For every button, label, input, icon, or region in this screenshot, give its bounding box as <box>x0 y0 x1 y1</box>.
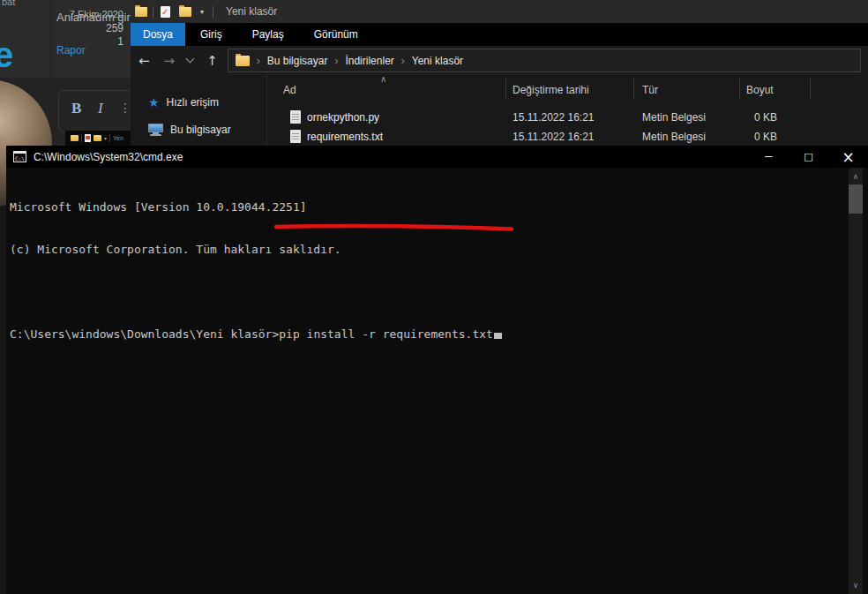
cmd-window-title: C:\Windows\System32\cmd.exe <box>34 151 183 163</box>
column-header-name[interactable]: Ad <box>283 84 296 96</box>
explorer-navbar: ← → ↑ › Bu bilgisayar › İndirilenler › Y… <box>131 46 868 75</box>
desktop-screen: bat 7 Ekim 2020 259 1 e Anlamadım gir Ra… <box>0 0 868 594</box>
recent-locations-chevron-icon[interactable] <box>186 55 195 64</box>
separator <box>109 134 110 142</box>
console-prompt: C:\Users\windows\Downloads\Yeni klasör> <box>10 327 279 341</box>
mini-window-title: Yen <box>113 135 123 141</box>
cmd-window: C:\ C:\Windows\System32\cmd.exe ─ □ × Mi… <box>6 146 868 594</box>
scroll-up-icon[interactable]: ∧ <box>849 169 863 184</box>
forum-post-title: Anlamadım gir <box>56 11 131 24</box>
scroll-down-icon[interactable]: ∨ <box>849 578 863 592</box>
breadcrumb-chevron-icon: › <box>327 55 345 67</box>
column-header-type[interactable]: Tür <box>642 84 658 96</box>
explorer-titlebar[interactable]: ▾ Yeni klasör <box>131 0 868 23</box>
breadcrumb-this-pc[interactable]: Bu bilgisayar <box>267 55 328 67</box>
table-row[interactable]: ornekpython.py 15.11.2022 16:21 Metin Be… <box>267 108 832 127</box>
chevron-down-icon: ▾ <box>104 135 107 141</box>
forum-snippet-text: bat <box>2 0 15 7</box>
maximize-button[interactable]: □ <box>789 146 828 168</box>
tab-paylas[interactable]: Paylaş <box>237 23 299 46</box>
column-separator[interactable] <box>739 79 740 99</box>
scrollbar[interactable]: ∧ ∨ <box>849 168 863 594</box>
explorer-window-title: Yeni klasör <box>226 5 277 18</box>
document-icon <box>85 134 91 142</box>
up-icon[interactable]: ↑ <box>206 53 218 69</box>
file-modified: 15.11.2022 16:21 <box>513 131 595 143</box>
console-command: pip install -r requirements.txt <box>279 327 493 341</box>
console-output[interactable]: Microsoft Windows [Version 10.0.19044.22… <box>6 168 868 594</box>
sidebar-item-label: Bu bilgisayar <box>170 124 231 136</box>
column-header-modified[interactable]: Değiştirme tarihi <box>513 84 589 96</box>
ribbon-tab-bar: Dosya Giriş Paylaş Görünüm <box>131 23 868 46</box>
forum-header-panel: bat 7 Ekim 2020 259 1 e Anlamadım gir Ra… <box>0 0 150 78</box>
scrollbar-thumb[interactable] <box>849 184 863 214</box>
close-button[interactable]: × <box>828 146 868 168</box>
bold-button[interactable]: B <box>71 100 81 117</box>
console-line-blank <box>10 285 868 299</box>
window-controls: ─ □ × <box>749 146 868 168</box>
file-name[interactable]: requirements.txt <box>307 131 383 143</box>
cmd-titlebar[interactable]: C:\ C:\Windows\System32\cmd.exe ─ □ × <box>6 146 868 168</box>
minimize-button[interactable]: ─ <box>749 146 789 168</box>
text-cursor <box>494 333 502 339</box>
column-separator[interactable] <box>505 79 506 99</box>
forward-icon[interactable]: → <box>164 53 176 69</box>
text-file-icon <box>290 110 301 124</box>
sidebar-item-this-pc[interactable]: Bu bilgisayar <box>148 124 231 136</box>
sidebar-item-label: Hızlı erişim <box>167 96 219 109</box>
properties-checkmark-icon[interactable] <box>161 6 170 18</box>
file-explorer-window: ▾ Yeni klasör Dosya Giriş Paylaş Görünüm… <box>131 0 868 149</box>
column-header-size[interactable]: Boyut <box>746 84 774 96</box>
console-line-copyright: (c) Microsoft Corporation. Tüm hakları s… <box>10 243 868 257</box>
breadcrumb-chevron-icon: › <box>250 55 267 67</box>
forum-view-count: 259 <box>0 22 123 34</box>
address-bar[interactable]: › Bu bilgisayar › İndirilenler › Yeni kl… <box>228 49 861 72</box>
italic-button[interactable]: I <box>98 100 103 117</box>
console-line-version: Microsoft Windows [Version 10.0.19044.22… <box>10 200 868 214</box>
browser-e-logo-icon: e <box>0 35 13 75</box>
red-underline-annotation <box>273 223 524 234</box>
tab-dosya[interactable]: Dosya <box>131 23 185 46</box>
breadcrumb-new-folder[interactable]: Yeni klasör <box>412 55 463 67</box>
explorer-sidebar: ★ Hızlı erişim Bu bilgisayar <box>131 75 266 149</box>
folder-icon <box>94 135 101 141</box>
text-file-icon <box>290 130 301 143</box>
sort-ascending-icon[interactable]: ∧ <box>380 74 386 84</box>
separator <box>213 6 213 18</box>
star-icon: ★ <box>148 96 160 109</box>
tab-gorunum[interactable]: Görünüm <box>299 23 373 46</box>
file-modified: 15.11.2022 16:21 <box>513 111 595 124</box>
file-name[interactable]: ornekpython.py <box>307 111 379 124</box>
file-size: 0 KB <box>691 111 777 124</box>
separator <box>81 134 82 142</box>
forum-divider <box>50 0 51 78</box>
file-size: 0 KB <box>691 131 777 143</box>
computer-icon <box>148 124 163 136</box>
more-options-icon[interactable]: ⋮ <box>119 101 131 115</box>
new-folder-icon[interactable] <box>179 7 191 17</box>
file-list-panel: ∧ Ad Değiştirme tarihi Tür Boyut ornekpy… <box>266 75 868 149</box>
separator <box>153 6 153 18</box>
breadcrumb-chevron-icon: › <box>394 55 412 67</box>
quick-access-toolbar-dropdown-icon[interactable]: ▾ <box>200 8 204 16</box>
column-separator[interactable] <box>810 79 811 99</box>
report-link[interactable]: Rapor <box>56 44 86 56</box>
console-prompt-line: C:\Users\windows\Downloads\Yeni klasör>p… <box>10 327 868 342</box>
folder-icon <box>236 56 250 66</box>
column-separator[interactable] <box>633 79 634 99</box>
tab-giris[interactable]: Giriş <box>185 23 237 46</box>
table-row[interactable]: requirements.txt 15.11.2022 16:21 Metin … <box>267 127 832 147</box>
folder-icon <box>135 7 147 17</box>
cmd-icon: C:\ <box>13 151 26 162</box>
folder-icon <box>71 135 79 141</box>
breadcrumb-downloads[interactable]: İndirilenler <box>345 55 393 67</box>
back-icon[interactable]: ← <box>138 53 150 69</box>
explorer-body: ★ Hızlı erişim Bu bilgisayar ∧ Ad Değişt… <box>131 75 868 149</box>
sidebar-item-quick-access[interactable]: ★ Hızlı erişim <box>148 96 219 109</box>
